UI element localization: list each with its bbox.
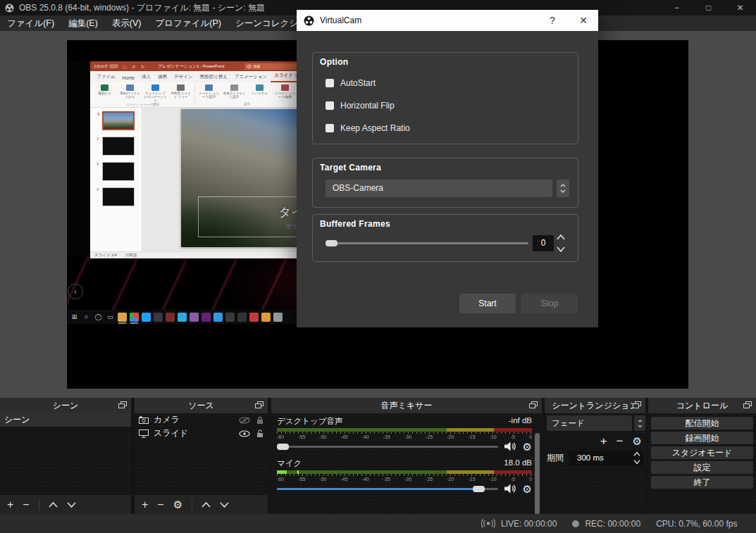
duration-spin-buttons[interactable] — [633, 451, 641, 465]
ppt-from-beginning-icon — [101, 84, 109, 91]
popout-icon[interactable] — [118, 401, 127, 409]
mail-icon — [178, 313, 187, 322]
remove-source-button[interactable]: − — [157, 498, 163, 511]
obs-icon — [237, 313, 247, 322]
keep-aspect-ratio-checkbox-row: Keep Aspect Ratio — [326, 123, 410, 133]
start-streaming-button[interactable]: 配信開始 — [651, 417, 753, 429]
toolbar-divider — [192, 499, 192, 510]
buffered-frames-slider[interactable] — [326, 242, 528, 244]
sources-panel: ソース カメラ スライド — [135, 398, 268, 514]
target-camera-select-arrows[interactable] — [557, 180, 569, 197]
exit-button[interactable]: 終了 — [651, 476, 753, 489]
add-scene-button[interactable]: + — [7, 498, 13, 511]
visual-studio-2-icon — [202, 313, 211, 322]
menu-edit[interactable]: 編集(E) — [61, 15, 105, 31]
menu-profile[interactable]: プロファイル(P) — [148, 15, 228, 31]
spin-down-icon[interactable] — [633, 459, 641, 465]
obs-logo-icon — [5, 4, 14, 13]
autostart-checkbox[interactable] — [326, 79, 334, 87]
tick-label: -5 — [511, 434, 515, 439]
spin-up-icon[interactable] — [556, 234, 566, 241]
rec-dot-icon — [572, 520, 579, 527]
buffered-frames-slider-handle[interactable] — [326, 240, 337, 246]
dialog-help-button[interactable]: ? — [545, 15, 560, 26]
mixer-scrollbar[interactable] — [535, 433, 540, 515]
popout-icon[interactable] — [529, 401, 538, 409]
start-button[interactable]: Start — [459, 294, 516, 313]
speaker-unmuted-icon[interactable] — [504, 441, 516, 451]
tick-label: -45 — [340, 477, 347, 482]
channel-settings-gear-icon[interactable]: ⚙ — [523, 484, 532, 494]
meter-active-fill — [277, 470, 287, 474]
maximize-button[interactable]: □ — [693, 0, 724, 15]
transition-select[interactable]: フェード — [547, 415, 632, 431]
dialog-title: VirtualCam — [320, 15, 361, 25]
scene-item[interactable]: シーン — [0, 413, 131, 427]
source-row-slide[interactable]: スライド — [135, 427, 268, 440]
option-group-label: Option — [320, 57, 348, 67]
source-properties-gear-icon[interactable]: ⚙ — [173, 499, 182, 510]
horizontal-flip-checkbox[interactable] — [326, 101, 334, 110]
buffered-frames-spin-buttons[interactable] — [556, 234, 569, 253]
keep-aspect-ratio-checkbox[interactable] — [326, 124, 334, 132]
remove-scene-button[interactable]: − — [23, 498, 29, 511]
tick-label: 0 — [529, 434, 532, 439]
duration-spinbox[interactable]: 300 ms — [569, 451, 643, 465]
tick-label: -50 — [319, 477, 326, 482]
controls-header: コントロール — [648, 398, 756, 413]
ppt-ribbon-button-label: 現在の スライドから — [118, 92, 142, 99]
ppt-ribbon-button-label: 最初から — [98, 92, 111, 95]
source-row-camera[interactable]: カメラ — [135, 413, 268, 427]
popout-icon[interactable] — [633, 401, 641, 409]
add-source-button[interactable]: + — [142, 498, 148, 511]
move-scene-up-button[interactable] — [49, 502, 58, 508]
target-camera-select[interactable]: OBS-Camera — [326, 180, 552, 197]
ppt-thumbnail-3: 3 — [102, 162, 135, 181]
ppt-from-current-icon — [126, 84, 134, 91]
volume-slider[interactable] — [277, 488, 498, 490]
transition-properties-gear-icon[interactable]: ⚙ — [633, 435, 642, 448]
minimize-button[interactable]: − — [661, 0, 693, 15]
popout-icon[interactable] — [743, 401, 752, 409]
sources-toolbar: + − ⚙ — [135, 495, 268, 514]
buffered-frames-value[interactable]: 0 — [533, 235, 554, 251]
move-source-down-button[interactable] — [220, 502, 229, 508]
stop-button[interactable]: Stop — [521, 294, 578, 313]
cpu-fps-stats: CPU: 0.7%, 60.00 fps — [656, 519, 737, 529]
spin-down-icon[interactable] — [556, 246, 566, 253]
settings-button[interactable]: 設定 — [651, 461, 753, 474]
scenes-toolbar: + − — [0, 495, 131, 514]
transition-select-arrows[interactable] — [634, 415, 645, 431]
channel-settings-gear-icon[interactable]: ⚙ — [523, 441, 532, 452]
dialog-close-button[interactable]: ✕ — [576, 15, 591, 26]
meter-ticks — [277, 474, 532, 476]
buffered-frames-label: Buffered Frames — [320, 219, 390, 229]
volume-slider-handle[interactable] — [277, 444, 289, 450]
remove-transition-button[interactable]: − — [616, 434, 624, 449]
lock-open-icon[interactable] — [256, 429, 264, 438]
volume-slider[interactable] — [277, 446, 498, 448]
lock-closed-icon[interactable] — [256, 416, 264, 425]
tick-label: -10 — [490, 477, 497, 482]
spin-up-icon[interactable] — [633, 451, 641, 457]
tick-label: -40 — [362, 434, 369, 439]
tick-label: -5 — [511, 477, 515, 482]
popout-icon[interactable] — [255, 401, 264, 409]
volume-slider-handle[interactable] — [473, 486, 485, 492]
menu-view[interactable]: 表示(V) — [105, 15, 149, 31]
speaker-unmuted-icon[interactable] — [504, 484, 516, 494]
visibility-hidden-icon[interactable] — [239, 417, 250, 424]
channel-name: マイク — [277, 458, 302, 469]
obs-logo-icon — [304, 15, 314, 26]
transitions-header: シーントランジション — [545, 398, 645, 413]
ppt-tab: デザイン — [171, 74, 197, 82]
move-scene-down-button[interactable] — [67, 502, 76, 508]
add-transition-button[interactable]: + — [600, 434, 607, 449]
start-recording-button[interactable]: 録画開始 — [651, 432, 753, 444]
studio-mode-button[interactable]: スタジオモード — [651, 446, 753, 459]
tick-label: -60 — [277, 434, 284, 439]
visibility-visible-icon[interactable] — [239, 430, 250, 437]
move-source-up-button[interactable] — [202, 502, 211, 508]
menu-file[interactable]: ファイル(F) — [0, 15, 61, 31]
close-button[interactable]: ✕ — [724, 0, 756, 15]
